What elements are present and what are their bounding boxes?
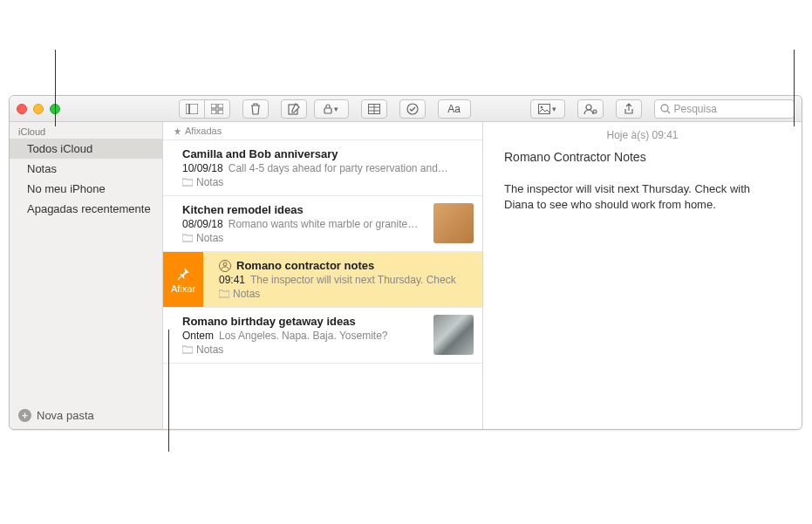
sidebar-item[interactable]: Apagadas recentemente: [10, 199, 162, 219]
share-button[interactable]: [616, 99, 642, 119]
delete-button[interactable]: [242, 99, 269, 119]
new-folder-label: Nova pasta: [37, 409, 94, 422]
note-row-title: Romano contractor notes: [219, 259, 474, 272]
svg-rect-13: [539, 104, 550, 113]
note-row-meta: 08/09/18Romano wants white marble or gra…: [182, 218, 426, 230]
titlebar: ▾ Aa ▾: [10, 96, 802, 122]
note-title: Romano Contractor Notes: [504, 150, 781, 164]
new-note-button[interactable]: [281, 99, 307, 119]
collaborate-button[interactable]: [577, 99, 604, 119]
svg-point-12: [407, 104, 418, 114]
note-row-folder: Notas: [182, 344, 426, 356]
pinned-section-header: Afixadas: [163, 122, 482, 140]
svg-point-20: [223, 262, 227, 266]
notes-window: ▾ Aa ▾: [9, 95, 802, 430]
sidebar-account-header: iCloud: [10, 122, 162, 139]
svg-point-14: [541, 105, 543, 108]
note-editor[interactable]: Hoje à(s) 09:41 Romano Contractor Notes …: [483, 122, 802, 429]
note-row-meta: OntemLos Angeles. Napa. Baja. Yosemite?: [182, 330, 426, 342]
list-view-button[interactable]: [179, 99, 205, 119]
checklist-button[interactable]: [399, 99, 426, 119]
table-button[interactable]: [361, 99, 387, 119]
note-row[interactable]: Romano birthday getaway ideasOntemLos An…: [163, 308, 482, 364]
note-row-folder: Notas: [219, 288, 474, 300]
svg-rect-7: [324, 108, 331, 113]
close-window-button[interactable]: [17, 104, 27, 114]
callout-line: [794, 50, 795, 126]
sidebar-item[interactable]: No meu iPhone: [10, 179, 162, 199]
note-row-folder: Notas: [182, 176, 474, 188]
search-placeholder: Pesquisa: [674, 103, 717, 115]
pin-icon: [174, 127, 181, 135]
pin-swipe-action[interactable]: Afixar: [163, 252, 203, 307]
svg-point-15: [586, 105, 591, 110]
svg-rect-1: [189, 104, 198, 114]
minimize-window-button[interactable]: [33, 104, 44, 114]
note-thumbnail: [433, 203, 474, 243]
sidebar-item[interactable]: Notas: [10, 159, 162, 179]
callout-line: [55, 50, 56, 126]
note-timestamp: Hoje à(s) 09:41: [504, 129, 781, 141]
lock-button[interactable]: ▾: [314, 99, 349, 119]
sidebar: iCloud Todos iCloudNotasNo meu iPhoneApa…: [10, 122, 163, 429]
note-row-title: Kitchen remodel ideas: [182, 203, 426, 216]
note-row[interactable]: Kitchen remodel ideas08/09/18Romano want…: [163, 196, 482, 252]
media-button[interactable]: ▾: [530, 99, 565, 119]
svg-rect-4: [211, 110, 216, 114]
note-row[interactable]: Camilla and Bob anniversary10/09/18Call …: [163, 140, 482, 196]
callout-line: [168, 330, 169, 452]
svg-rect-5: [218, 110, 223, 114]
svg-point-17: [661, 105, 668, 112]
note-row[interactable]: AfixarRomano contractor notes09:41The in…: [163, 252, 482, 308]
note-list: Afixadas Camilla and Bob anniversary10/0…: [163, 122, 483, 429]
search-field[interactable]: Pesquisa: [654, 99, 795, 119]
new-folder-button[interactable]: + Nova pasta: [10, 402, 162, 429]
note-row-title: Camilla and Bob anniversary: [182, 147, 474, 160]
note-thumbnail: [433, 315, 474, 355]
format-button[interactable]: Aa: [438, 99, 471, 119]
window-controls: [17, 104, 60, 114]
sidebar-item[interactable]: Todos iCloud: [10, 139, 162, 159]
svg-line-18: [667, 111, 670, 113]
note-row-title: Romano birthday getaway ideas: [182, 315, 426, 328]
plus-icon: +: [18, 409, 31, 422]
svg-rect-2: [211, 104, 216, 108]
note-row-folder: Notas: [182, 232, 426, 244]
svg-rect-3: [218, 104, 223, 108]
gallery-view-button[interactable]: [204, 99, 230, 119]
svg-rect-0: [186, 104, 189, 114]
note-row-meta: 09:41The inspector will visit next Thurs…: [219, 274, 474, 286]
note-row-meta: 10/09/18Call 4-5 days ahead for party re…: [182, 162, 474, 174]
search-icon: [660, 104, 671, 114]
note-body: The inspector will visit next Thursday. …: [504, 181, 757, 213]
